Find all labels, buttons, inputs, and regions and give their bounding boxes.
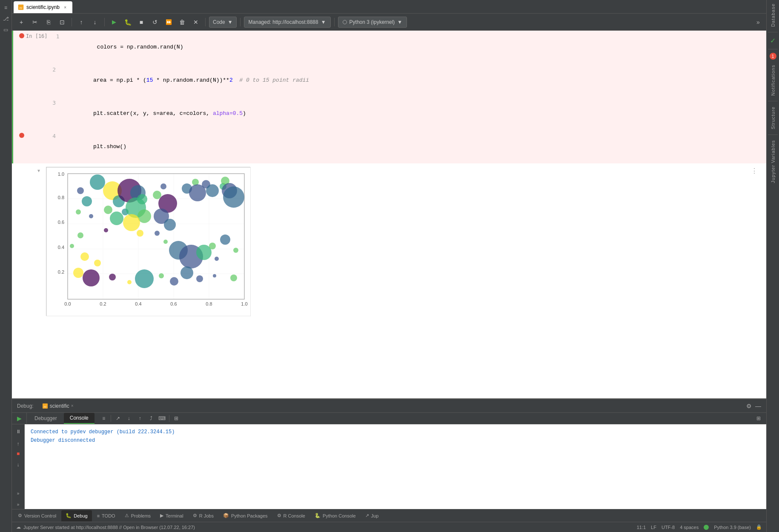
resume-button[interactable]: ↑: [14, 438, 23, 447]
code-line-2-content[interactable]: area = np.pi * (15 * np.random.rand(N))*…: [56, 64, 766, 97]
status-charset: UTF-8: [662, 525, 675, 530]
svg-point-44: [104, 228, 108, 232]
commit-icon[interactable]: ⎇: [2, 14, 10, 23]
close-output-button[interactable]: ✕: [190, 16, 202, 28]
restart-run-button[interactable]: ⏩: [163, 16, 175, 28]
version-control-tab[interactable]: ⚙ Version Control: [14, 510, 60, 521]
cell-type-select[interactable]: Code ▼: [209, 17, 237, 28]
run-cell-button[interactable]: ▶: [108, 16, 120, 28]
breakpoint-1[interactable]: [19, 33, 24, 38]
output-menu-button[interactable]: ⋮: [751, 167, 758, 175]
rconsole-label: R Console: [284, 513, 305, 518]
structure-label[interactable]: Structure: [770, 103, 776, 133]
status-python: Python 3.9 (base): [714, 525, 751, 530]
debug-tab-icon: 🐛: [66, 513, 72, 518]
debug-step-into-btn[interactable]: ↓: [124, 413, 134, 423]
code-line-2: 2 area = np.pi * (15 * np.random.rand(N)…: [13, 64, 766, 97]
notebook-content: In [16] 1 colors = np.random.rand(N) 2 a…: [12, 31, 766, 398]
svg-point-79: [170, 277, 178, 286]
todo-label: TODO: [102, 513, 115, 518]
stop-debug-button[interactable]: ■: [14, 449, 23, 458]
console-tab-label: Console: [70, 415, 89, 421]
pause-button[interactable]: ⏸: [14, 427, 23, 436]
debug-table-btn[interactable]: ⊞: [171, 413, 181, 423]
output-toggle[interactable]: ▾: [37, 167, 46, 316]
debugger-tab-label: Debugger: [34, 415, 57, 421]
console-line-1: Connected to pydev debugger (build 222.3…: [31, 428, 760, 436]
svg-point-73: [220, 235, 230, 245]
terminal-icon: ▶: [160, 513, 163, 518]
code-line-4-content[interactable]: plt.show(): [56, 130, 766, 163]
line-num-4: 4: [47, 130, 56, 139]
todo-tab[interactable]: ≡ TODO: [93, 510, 120, 521]
debug-panel-header: Debug: py scientific × ⚙ —: [12, 399, 766, 413]
svg-text:0.4: 0.4: [58, 245, 64, 250]
notification-badge[interactable]: 1: [770, 53, 776, 60]
main-area: py scientific.ipynb × + ✂ ⎘ ⊡ ↑ ↓ ▶ 🐛 ■ …: [12, 0, 766, 532]
line-num-1: 1: [51, 31, 60, 40]
database-label[interactable]: Database: [770, 0, 776, 30]
code-line-3: 3 plt.scatter(x, y, s=area, c=colors, al…: [13, 97, 766, 130]
debug-minimize-button[interactable]: —: [755, 403, 761, 409]
code-line-3-content[interactable]: plt.scatter(x, y, s=area, c=colors, alph…: [56, 97, 766, 130]
move-up-button[interactable]: ↑: [75, 16, 87, 28]
debug-file-tab[interactable]: py scientific ×: [37, 401, 79, 411]
debug-bottom-tab[interactable]: 🐛 Debug: [61, 510, 92, 521]
gutter-3: [13, 97, 26, 100]
rconsole-icon: ⚙: [277, 513, 281, 518]
debug-toolbar-list-btn[interactable]: ≡: [99, 413, 109, 423]
debug-tab-close[interactable]: ×: [71, 403, 74, 408]
step-down-button[interactable]: ↓: [14, 460, 23, 469]
debug-pin-btn[interactable]: ⊞: [753, 413, 764, 423]
terminal-tab[interactable]: ▶ Terminal: [156, 510, 188, 521]
debug-settings-button[interactable]: ⚙: [746, 403, 752, 409]
workspace-icon[interactable]: ≡: [2, 3, 10, 12]
code-line-1-content[interactable]: colors = np.random.rand(N): [60, 31, 766, 64]
debug-restart-btn[interactable]: ⤴: [146, 413, 156, 423]
in-label: In [16]: [26, 31, 51, 39]
jupyter-tab[interactable]: ↗ Jup: [361, 510, 383, 521]
add-cell-button[interactable]: +: [15, 16, 27, 28]
console-tab[interactable]: Console: [64, 413, 95, 424]
notebook-tab[interactable]: py scientific.ipynb ×: [14, 1, 72, 13]
paste-button[interactable]: ⊡: [56, 16, 68, 28]
expand-button[interactable]: »: [753, 17, 763, 27]
jupyter-icon: ↗: [365, 513, 369, 518]
svg-point-81: [196, 275, 203, 282]
sep4: [240, 18, 241, 26]
vc-label: Version Control: [24, 513, 56, 518]
restart-button[interactable]: ↺: [149, 16, 161, 28]
rjobs-label: R Jobs: [199, 513, 214, 518]
play-button[interactable]: ▶: [14, 414, 24, 423]
expand-left-btn2[interactable]: »: [14, 500, 23, 509]
copy-button[interactable]: ⎘: [43, 16, 54, 28]
svg-point-38: [83, 269, 100, 286]
cut-button[interactable]: ✂: [29, 16, 41, 28]
stop-button[interactable]: ■: [135, 16, 147, 28]
expand-left-btn[interactable]: »: [14, 489, 23, 498]
debug-step-over-btn[interactable]: ↗: [113, 413, 123, 423]
debug-cell-button[interactable]: 🐛: [122, 16, 134, 28]
delete-cell-button[interactable]: 🗑: [176, 16, 188, 28]
notebook-tab-close[interactable]: ×: [62, 4, 68, 10]
notifications-label[interactable]: Notifications: [770, 61, 776, 99]
r-console-tab[interactable]: ⚙ R Console: [273, 510, 309, 521]
python-console-tab[interactable]: 🐍 Python Console: [310, 510, 360, 521]
python-packages-tab[interactable]: 📦 Python Packages: [219, 510, 272, 521]
breakpoint-4[interactable]: [19, 133, 24, 138]
server-selector[interactable]: Managed: http://localhost:8888 ▼: [244, 17, 331, 28]
problems-tab[interactable]: ⚠ Problems: [120, 510, 155, 521]
folder-icon[interactable]: ▭: [2, 26, 10, 34]
kernel-selector[interactable]: Python 3 (ipykernel) ▼: [338, 17, 407, 28]
move-down-button[interactable]: ↓: [89, 16, 101, 28]
debug-evaluate-btn[interactable]: ⌨: [157, 413, 167, 423]
debug-step-out-btn[interactable]: ↑: [135, 413, 145, 423]
svg-point-71: [209, 243, 216, 249]
debugger-tab[interactable]: Debugger: [29, 413, 63, 424]
svg-point-37: [73, 268, 83, 278]
status-left: ☁ Jupyter Server started at http://local…: [16, 524, 195, 530]
r-jobs-tab[interactable]: ⚙ R Jobs: [189, 510, 218, 521]
svg-point-36: [94, 260, 101, 266]
jupyter-vars-label[interactable]: Jupyter Variables: [770, 137, 776, 186]
status-encoding: LF: [651, 525, 656, 530]
